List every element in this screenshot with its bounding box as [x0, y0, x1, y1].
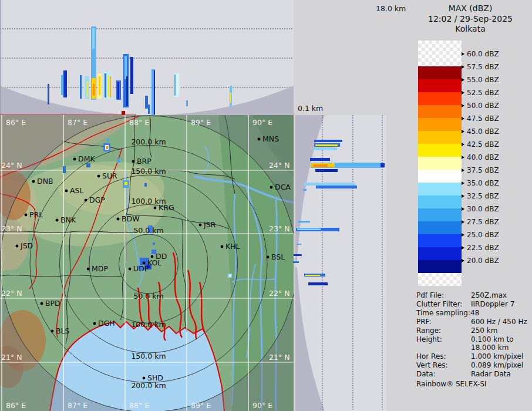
legend-tick-arrow-icon — [462, 130, 464, 133]
legend-label-text: 25.0 dBZ — [467, 231, 499, 239]
lat-label: 21° N — [269, 353, 289, 362]
radar-echo-column — [230, 93, 231, 103]
city-label: UDP — [133, 264, 149, 273]
legend-tick-arrow-icon — [462, 259, 464, 262]
product-name: MAX (dBZ) — [409, 4, 532, 14]
city-label: BNK — [60, 215, 76, 224]
legend-tick-arrow-icon — [462, 220, 464, 224]
legend-tick-arrow-icon — [462, 65, 464, 69]
legend-label: 50.0 dBZ — [462, 102, 499, 110]
meta-row: 18.000 km — [416, 343, 532, 352]
radar-echo-row — [305, 275, 320, 276]
lon-label: 87° E — [68, 118, 87, 127]
city-label: DCA — [275, 183, 291, 191]
info-sidebar: MAX (dBZ) 12:02 / 29-Sep-2025 Kolkata 60… — [388, 0, 532, 411]
legend-tick-arrow-icon — [462, 181, 464, 185]
radar-echo-column — [99, 76, 100, 95]
city-dot — [117, 218, 120, 221]
city-dot — [85, 199, 87, 202]
city-label: JSR — [203, 220, 216, 229]
lat-label: 22° N — [1, 289, 22, 298]
city-dot — [97, 175, 100, 178]
city-dot — [199, 224, 202, 227]
legend-label: 22.5 dBZ — [462, 244, 499, 252]
legend-label: 25.0 dBZ — [462, 231, 499, 239]
legend-label: 57.5 dBZ — [462, 63, 499, 71]
legend-band — [418, 79, 462, 92]
radar-echo-column — [48, 84, 49, 105]
city-dot — [25, 214, 28, 217]
radar-echo-column — [117, 82, 119, 99]
radar-echo-cell — [107, 139, 109, 142]
city-dot — [258, 138, 261, 141]
legend-tick-arrow-icon — [462, 246, 464, 250]
meta-label: Time sampling:48 — [416, 309, 471, 318]
legend-label-text: 42.5 dBZ — [467, 140, 499, 149]
meta-value: 0.089 km/pixel — [471, 361, 523, 369]
radar-echo-row — [313, 164, 328, 167]
city-label: SUR — [102, 171, 117, 180]
side-height-profile-panel — [293, 115, 386, 411]
radar-echo-column — [130, 57, 133, 94]
legend-label-text: 47.5 dBZ — [467, 114, 499, 123]
radar-echo-column — [92, 28, 95, 49]
meta-label: Data: — [416, 370, 471, 379]
meta-row: Data:Radar Data — [416, 370, 532, 379]
legend-label-text: 40.0 dBZ — [467, 153, 499, 161]
legend-band — [418, 196, 462, 208]
legend-label-text: 20.0 dBZ — [467, 257, 499, 265]
product-title-block: MAX (dBZ) 12:02 / 29-Sep-2025 Kolkata — [409, 4, 532, 35]
radar-echo-row — [308, 282, 328, 285]
product-datetime: 12:02 / 29-Sep-2025 — [409, 14, 532, 25]
radar-echo-column — [110, 76, 111, 97]
legend-label-text: 50.0 dBZ — [467, 102, 499, 110]
radar-echo-cell — [144, 183, 147, 187]
legend-color-scale — [418, 41, 462, 286]
ring-label: 50.0 km — [133, 292, 163, 301]
city-label: DNB — [37, 177, 53, 186]
lon-label: 88° E — [129, 401, 149, 410]
lat-label: 22° N — [269, 289, 289, 298]
meta-label: Hor Res: — [416, 352, 471, 361]
lon-label: 90° E — [252, 401, 272, 410]
meta-label: PRF: — [416, 318, 471, 326]
legend-label-text: 32.5 dBZ — [467, 192, 499, 200]
ring-label: 150.0 km — [131, 167, 166, 176]
legend-label: 40.0 dBZ — [462, 153, 499, 161]
city-label: SHD — [147, 373, 163, 382]
radar-app-window: 86° E86° E87° E87° E88° E88° E89° E89° E… — [0, 0, 532, 411]
radar-echo-row — [293, 261, 299, 263]
legend-label: 55.0 dBZ — [462, 76, 499, 84]
lon-label: 89° E — [191, 118, 211, 127]
meta-label: Height: — [416, 335, 471, 344]
radar-echo-column — [126, 76, 128, 106]
radar-echo-row — [316, 186, 357, 188]
city-dot — [56, 219, 59, 222]
legend-label-text: 27.5 dBZ — [467, 218, 499, 226]
meta-value: 250 km — [471, 326, 497, 335]
radar-echo-column — [108, 75, 109, 97]
meta-row: Range:250 km — [416, 326, 532, 335]
city-label: KHL — [225, 242, 240, 251]
meta-value: 18.000 km — [471, 343, 509, 352]
ring-label: 50.0 km — [133, 226, 163, 235]
city-dot — [73, 158, 76, 161]
legend-tick-arrow-icon — [462, 91, 464, 95]
legend-tick-arrow-icon — [462, 207, 464, 211]
radar-echo-cell — [86, 163, 90, 167]
city-label: DGP — [89, 196, 105, 204]
legend-label-text: 35.0 dBZ — [467, 179, 499, 187]
radar-echo-cell — [106, 146, 108, 149]
radar-echo-row — [297, 244, 301, 245]
lat-label: 24° N — [269, 161, 289, 170]
radar-echo-column — [122, 111, 125, 114]
radar-echo-row — [304, 183, 355, 186]
legend-tick-arrow-icon — [462, 104, 464, 107]
city-label: JSD — [20, 241, 33, 250]
metadata-rows: Pdf File:250Z.maxClutter Filter:IIRDoppl… — [416, 291, 532, 379]
city-dot — [221, 245, 224, 248]
legend-band — [418, 131, 462, 144]
legend-band — [418, 260, 462, 273]
legend-tick-arrow-icon — [462, 52, 464, 56]
radar-echo-row — [315, 169, 338, 172]
